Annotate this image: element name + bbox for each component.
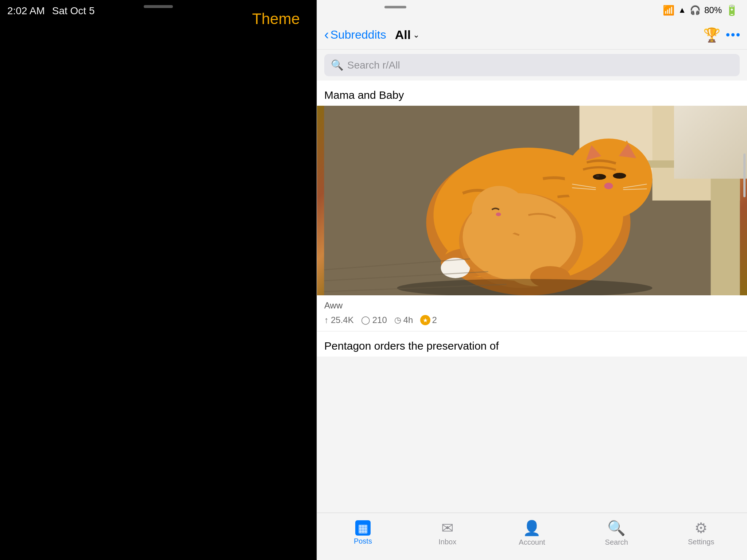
chevron-down-icon: ⌄ <box>413 30 419 40</box>
post-time: 4h <box>403 315 413 325</box>
more-button[interactable] <box>726 33 740 36</box>
chevron-left-icon: ‹ <box>324 27 329 43</box>
battery-icon: 🔋 <box>725 4 738 16</box>
post-card-1[interactable]: Mama and Baby <box>317 81 747 331</box>
tab-inbox[interactable]: ✉ Inbox <box>426 520 469 546</box>
upvote-count: 25.4K <box>331 315 354 325</box>
trophy-button[interactable]: 🏆 <box>703 27 720 43</box>
battery-percent: 80% <box>704 5 722 15</box>
svg-point-26 <box>472 186 527 237</box>
tab-search-label: Search <box>605 538 628 547</box>
status-bar-right: 📶 ▲ 🎧 80% 🔋 <box>317 0 747 20</box>
three-dots-icon <box>726 33 740 36</box>
headphone-icon: 🎧 <box>690 5 701 15</box>
search-icon: 🔍 <box>331 59 344 71</box>
filter-label: All <box>395 28 411 42</box>
wall-bg <box>674 106 747 179</box>
comment-count: 210 <box>372 315 387 325</box>
settings-icon: ⚙ <box>694 520 708 536</box>
svg-point-8 <box>565 139 653 219</box>
feed-content: Mama and Baby <box>317 81 747 513</box>
search-bar[interactable]: 🔍 Search r/All <box>324 54 740 76</box>
svg-point-15 <box>596 175 600 177</box>
search-container: 🔍 Search r/All <box>317 50 747 81</box>
tab-search[interactable]: 🔍 Search <box>595 520 638 547</box>
tab-bar: ▦ Posts ✉ Inbox 👤 Account 🔍 Search ⚙ Set… <box>317 513 747 560</box>
back-button[interactable]: ‹ Subreddits <box>324 27 386 43</box>
filter-dropdown[interactable]: All ⌄ <box>395 28 419 42</box>
svg-point-16 <box>604 183 613 189</box>
post-card-2[interactable]: Pentagon orders the preservation of <box>317 331 747 357</box>
nav-bar: ‹ Subreddits All ⌄ 🏆 <box>317 20 747 50</box>
award-stat: ★ 2 <box>420 315 437 325</box>
tab-posts-label: Posts <box>354 537 372 545</box>
post-title-2: Pentagon orders the preservation of <box>317 331 747 357</box>
status-date: Sat Oct 5 <box>52 5 95 17</box>
comment-icon: ◯ <box>361 315 370 325</box>
post-subreddit-1: Aww <box>317 295 747 312</box>
drag-indicator-right <box>384 6 406 8</box>
status-icons: 📶 ▲ 🎧 80% 🔋 <box>663 4 738 16</box>
right-panel: 📶 ▲ 🎧 80% 🔋 ‹ Subreddits All ⌄ 🏆 <box>317 0 747 560</box>
search-tab-icon: 🔍 <box>607 520 626 537</box>
svg-point-13 <box>593 174 606 180</box>
posts-icon: ▦ <box>355 520 371 536</box>
theme-button[interactable]: Theme <box>246 7 306 31</box>
inbox-icon: ✉ <box>441 520 454 536</box>
tab-posts[interactable]: ▦ Posts <box>341 520 385 545</box>
svg-point-14 <box>613 173 626 179</box>
theme-button-area[interactable]: Theme <box>246 7 306 31</box>
tab-settings[interactable]: ⚙ Settings <box>679 520 723 546</box>
post-stats-1: ↑ 25.4K ◯ 210 ◷ 4h ★ 2 <box>317 312 747 331</box>
tab-inbox-label: Inbox <box>438 538 456 546</box>
upvote-icon: ↑ <box>324 315 329 325</box>
status-time: 2:02 AM <box>7 5 45 17</box>
trophy-icon: 🏆 <box>703 27 720 43</box>
subreddits-label: Subreddits <box>330 28 386 42</box>
svg-point-28 <box>496 213 501 216</box>
upvote-stat: ↑ 25.4K <box>324 315 354 325</box>
account-icon: 👤 <box>523 520 541 537</box>
wifi-icon: 📶 <box>663 5 674 16</box>
post-image-1[interactable] <box>317 106 747 295</box>
clock-icon: ◷ <box>394 315 401 325</box>
drag-indicator-left <box>144 5 173 8</box>
cat-photo <box>317 106 747 295</box>
award-count: 2 <box>432 315 437 325</box>
tab-settings-label: Settings <box>688 538 714 546</box>
tab-account[interactable]: 👤 Account <box>510 520 554 547</box>
time-stat: ◷ 4h <box>394 315 413 325</box>
search-placeholder: Search r/All <box>347 59 400 71</box>
scrollbar[interactable] <box>743 153 746 197</box>
location-icon: ▲ <box>678 5 686 15</box>
comment-stat: ◯ 210 <box>361 315 387 325</box>
tab-account-label: Account <box>519 538 545 547</box>
award-icon: ★ <box>420 315 430 325</box>
left-panel: 2:02 AM Sat Oct 5 Theme <box>0 0 317 560</box>
post-title-1: Mama and Baby <box>317 81 747 106</box>
